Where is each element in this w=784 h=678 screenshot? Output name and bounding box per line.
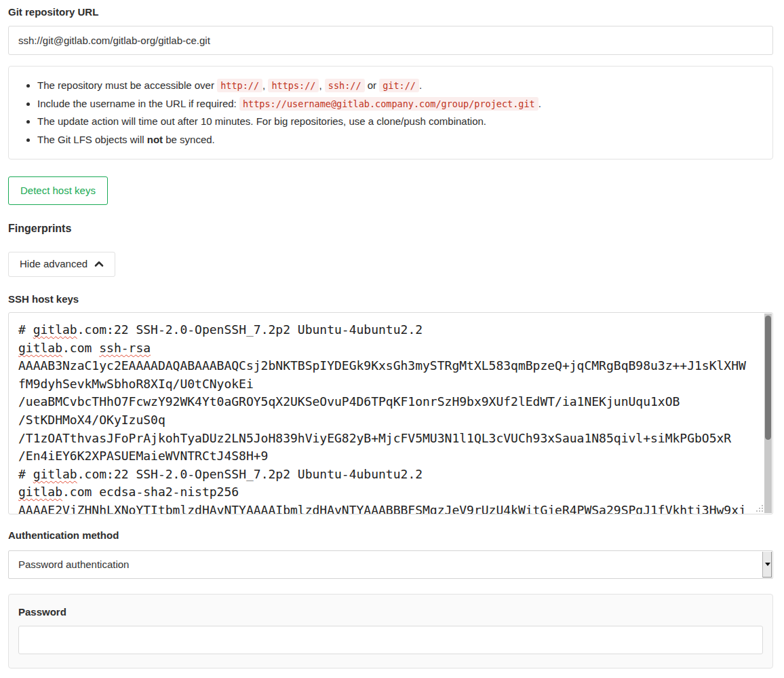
- authentication-method-select[interactable]: Password authentication: [8, 550, 773, 579]
- ssh-host-keys-label: SSH host keys: [8, 293, 773, 305]
- note-item: The update action will time out after 10…: [37, 113, 762, 131]
- fingerprints-heading: Fingerprints: [8, 223, 773, 235]
- textarea-scrollbar[interactable]: [764, 314, 772, 513]
- hide-advanced-label: Hide advanced: [20, 258, 87, 269]
- password-input[interactable]: [18, 626, 763, 654]
- password-label: Password: [18, 606, 763, 618]
- ssh-host-keys-content: # gitlab.com:22 SSH-2.0-OpenSSH_7.2p2 Ub…: [18, 321, 755, 514]
- detect-host-keys-button[interactable]: Detect host keys: [8, 176, 108, 205]
- note-item: The Git LFS objects will not be synced.: [37, 131, 762, 149]
- note-item: Include the username in the URL if requi…: [37, 95, 762, 113]
- selected-authentication-method: Password authentication: [18, 559, 129, 570]
- git-repository-url-label: Git repository URL: [8, 6, 773, 18]
- scrollbar-thumb[interactable]: [765, 316, 771, 440]
- mirror-repository-settings-form: Git repository URL The repository must b…: [0, 0, 784, 668]
- dropdown-arrow-icon: [765, 563, 770, 566]
- git-repository-url-input[interactable]: [8, 26, 773, 55]
- password-fieldset: Password: [8, 594, 773, 668]
- note-item: The repository must be accessible over h…: [37, 77, 762, 95]
- authentication-method-label: Authentication method: [8, 529, 773, 541]
- chevron-up-icon: [94, 259, 104, 270]
- select-dropdown-strip[interactable]: [762, 552, 772, 578]
- info-notes-list: The repository must be accessible over h…: [20, 77, 762, 149]
- resize-grip-icon[interactable]: [756, 504, 764, 512]
- ssh-host-keys-textarea[interactable]: # gitlab.com:22 SSH-2.0-OpenSSH_7.2p2 Ub…: [8, 312, 773, 514]
- repository-url-info-box: The repository must be accessible over h…: [8, 66, 773, 159]
- hide-advanced-button[interactable]: Hide advanced: [8, 252, 115, 277]
